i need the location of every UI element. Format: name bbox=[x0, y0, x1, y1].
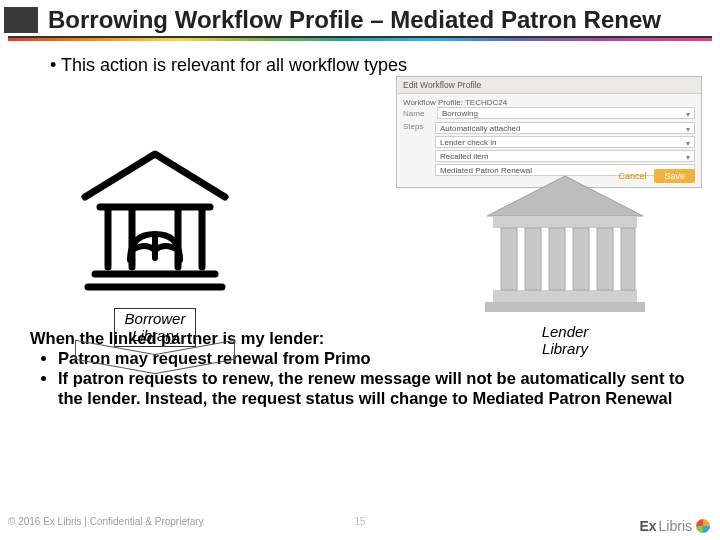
svg-marker-8 bbox=[487, 176, 643, 216]
chevron-down-icon: ▾ bbox=[686, 152, 690, 162]
page-number: 15 bbox=[354, 516, 365, 527]
chevron-down-icon: ▾ bbox=[686, 124, 690, 134]
field-name-value: Borrowing bbox=[442, 109, 478, 118]
title-bar: Borrowing Workflow Profile – Mediated Pa… bbox=[0, 0, 720, 36]
lender-library-icon bbox=[475, 168, 655, 318]
panel-subheader: Workflow Profile: TECHDC24 bbox=[403, 98, 695, 107]
slide-title: Borrowing Workflow Profile – Mediated Pa… bbox=[48, 6, 661, 34]
logo-globe-icon bbox=[696, 519, 710, 533]
borrower-figure: Borrower Library bbox=[70, 142, 240, 365]
body-bullet-1: If patron requests to renew, the renew m… bbox=[58, 368, 706, 408]
exlibris-logo: ExLibris bbox=[639, 518, 710, 534]
step-field-1[interactable]: Lender check in ▾ bbox=[435, 136, 695, 148]
svg-rect-10 bbox=[493, 290, 637, 302]
borrower-library-icon bbox=[70, 142, 240, 302]
chevron-ribbon-icon bbox=[75, 347, 235, 365]
logo-text-libris: Libris bbox=[659, 518, 692, 534]
top-bullet: This action is relevant for all workflow… bbox=[0, 41, 720, 76]
step-value-2: Recalled item bbox=[440, 152, 488, 161]
field-steps-label: Steps bbox=[403, 122, 431, 131]
chevron-down-icon: ▾ bbox=[686, 138, 690, 148]
field-name-input[interactable]: Borrowing ▾ bbox=[437, 107, 695, 119]
lender-caption: Lender Library bbox=[470, 324, 660, 357]
svg-rect-11 bbox=[485, 302, 645, 312]
step-value-0: Automatically attached bbox=[440, 124, 521, 133]
logo-text-ex: Ex bbox=[639, 518, 656, 534]
title-accent-block bbox=[4, 7, 38, 33]
footer: © 2016 Ex Libris | Confidential & Propri… bbox=[0, 516, 720, 534]
save-button[interactable]: Save bbox=[654, 169, 695, 183]
lender-figure: Lender Library bbox=[470, 168, 660, 357]
step-value-1: Lender check in bbox=[440, 138, 496, 147]
svg-rect-15 bbox=[573, 228, 589, 290]
figures-area: Edit Workflow Profile Workflow Profile: … bbox=[0, 82, 720, 322]
slide: Borrowing Workflow Profile – Mediated Pa… bbox=[0, 0, 720, 540]
svg-rect-13 bbox=[525, 228, 541, 290]
lender-caption-line1: Lender bbox=[470, 324, 660, 341]
borrower-caption-line2: Library bbox=[125, 328, 186, 345]
borrower-caption-line1: Borrower bbox=[125, 311, 186, 328]
svg-rect-14 bbox=[549, 228, 565, 290]
lender-caption-line2: Library bbox=[470, 341, 660, 358]
svg-rect-16 bbox=[597, 228, 613, 290]
footer-copyright: © 2016 Ex Libris | Confidential & Propri… bbox=[8, 516, 204, 527]
field-name-label: Name bbox=[403, 109, 433, 118]
svg-rect-17 bbox=[621, 228, 635, 290]
panel-header: Edit Workflow Profile bbox=[397, 77, 701, 94]
svg-rect-12 bbox=[501, 228, 517, 290]
step-field-2[interactable]: Recalled item ▾ bbox=[435, 150, 695, 162]
svg-rect-9 bbox=[493, 216, 637, 228]
step-field-0[interactable]: Automatically attached ▾ bbox=[435, 122, 695, 134]
chevron-down-icon: ▾ bbox=[686, 109, 690, 119]
borrower-caption: Borrower Library bbox=[114, 308, 197, 347]
